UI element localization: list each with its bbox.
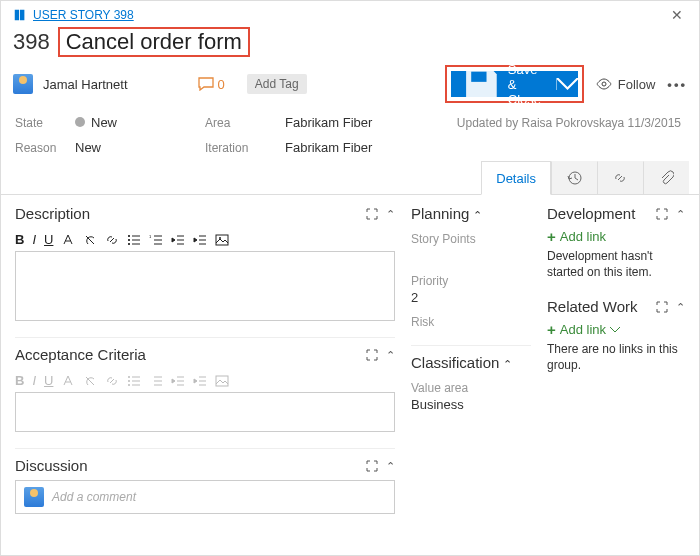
breadcrumb[interactable]: USER STORY 398: [13, 8, 134, 22]
related-work-add-link[interactable]: + Add link: [547, 321, 685, 338]
svg-rect-14: [216, 376, 228, 386]
expand-icon[interactable]: [656, 208, 668, 220]
save-dropdown[interactable]: [556, 78, 578, 91]
state-value[interactable]: New: [75, 115, 205, 130]
tab-links[interactable]: [597, 161, 643, 194]
value-area-value[interactable]: Business: [411, 397, 531, 412]
outdent-icon[interactable]: [171, 374, 185, 388]
save-and-close-button[interactable]: Save & Close: [451, 71, 578, 97]
plus-icon: +: [547, 321, 556, 338]
number-list-icon[interactable]: 1: [149, 233, 163, 247]
discussion-input[interactable]: Add a comment: [15, 480, 395, 514]
bold-button[interactable]: B: [15, 232, 24, 247]
avatar[interactable]: [13, 74, 33, 94]
svg-point-11: [128, 376, 130, 378]
related-work-heading: Related Work: [547, 298, 638, 315]
collapse-icon[interactable]: [386, 207, 395, 221]
eye-icon: [596, 78, 612, 90]
collapse-icon[interactable]: [676, 207, 685, 221]
more-actions-button[interactable]: •••: [667, 77, 687, 92]
link-insert-icon[interactable]: [105, 233, 119, 247]
acceptance-editor[interactable]: [15, 392, 395, 432]
font-color-icon[interactable]: [61, 233, 75, 247]
updated-by-text: Updated by Raisa Pokrovskaya 11/3/2015: [435, 116, 685, 130]
development-empty-text: Development hasn't started on this item.: [547, 249, 685, 280]
area-value[interactable]: Fabrikam Fiber: [285, 115, 435, 130]
underline-button[interactable]: U: [44, 373, 53, 388]
follow-label: Follow: [618, 77, 656, 92]
expand-icon[interactable]: [366, 349, 378, 361]
italic-button[interactable]: I: [32, 373, 36, 388]
description-editor[interactable]: [15, 251, 395, 321]
chevron-down-icon: [557, 78, 578, 91]
description-toolbar[interactable]: B I U 1: [15, 228, 395, 251]
tab-bar: Details: [1, 161, 699, 195]
iteration-value[interactable]: Fabrikam Fiber: [285, 140, 435, 155]
expand-icon[interactable]: [366, 208, 378, 220]
clear-format-icon[interactable]: [83, 233, 97, 247]
number-list-icon[interactable]: [149, 374, 163, 388]
history-icon: [566, 170, 582, 186]
svg-rect-2: [471, 71, 486, 81]
collapse-icon[interactable]: [386, 459, 395, 473]
collapse-icon[interactable]: [503, 354, 512, 371]
svg-point-13: [128, 384, 130, 386]
expand-icon[interactable]: [656, 301, 668, 313]
svg-point-7: [128, 243, 130, 245]
follow-button[interactable]: Follow: [596, 77, 656, 92]
indent-icon[interactable]: [193, 374, 207, 388]
book-icon: [13, 8, 27, 22]
comment-count: 0: [218, 77, 225, 92]
reason-value[interactable]: New: [75, 140, 205, 155]
underline-button[interactable]: U: [44, 232, 53, 247]
collapse-icon[interactable]: [676, 300, 685, 314]
story-points-label: Story Points: [411, 232, 531, 246]
collapse-icon[interactable]: [386, 348, 395, 362]
svg-point-3: [602, 82, 606, 86]
comments-button[interactable]: 0: [198, 77, 225, 92]
outdent-icon[interactable]: [171, 233, 185, 247]
breadcrumb-link[interactable]: USER STORY 398: [33, 8, 134, 22]
svg-point-12: [128, 380, 130, 382]
risk-label: Risk: [411, 315, 531, 329]
attachment-icon: [658, 170, 674, 186]
clear-format-icon[interactable]: [83, 374, 97, 388]
assignee-name[interactable]: Jamal Hartnett: [43, 77, 128, 92]
image-insert-icon[interactable]: [215, 374, 229, 388]
bullet-list-icon[interactable]: [127, 233, 141, 247]
svg-rect-0: [15, 10, 19, 21]
discussion-heading: Discussion: [15, 457, 88, 474]
area-label: Area: [205, 116, 285, 130]
tab-attachments[interactable]: [643, 161, 689, 194]
iteration-label: Iteration: [205, 141, 285, 155]
link-icon: [612, 170, 628, 186]
classification-heading[interactable]: Classification: [411, 354, 531, 371]
priority-value[interactable]: 2: [411, 290, 531, 305]
plus-icon: +: [547, 228, 556, 245]
svg-point-5: [128, 235, 130, 237]
acceptance-toolbar[interactable]: B I U: [15, 369, 395, 392]
close-icon[interactable]: ✕: [665, 5, 689, 25]
state-dot-icon: [75, 117, 85, 127]
workitem-title[interactable]: Cancel order form: [66, 29, 242, 55]
priority-label: Priority: [411, 274, 531, 288]
tab-details[interactable]: Details: [481, 161, 551, 195]
avatar: [24, 487, 44, 507]
planning-heading[interactable]: Planning: [411, 205, 531, 222]
add-tag-button[interactable]: Add Tag: [247, 74, 307, 94]
development-add-link[interactable]: + Add link: [547, 228, 685, 245]
font-color-icon[interactable]: [61, 374, 75, 388]
expand-icon[interactable]: [366, 460, 378, 472]
bullet-list-icon[interactable]: [127, 374, 141, 388]
indent-icon[interactable]: [193, 233, 207, 247]
italic-button[interactable]: I: [32, 232, 36, 247]
bold-button[interactable]: B: [15, 373, 24, 388]
svg-text:1: 1: [149, 234, 152, 239]
image-insert-icon[interactable]: [215, 233, 229, 247]
description-heading: Description: [15, 205, 90, 222]
collapse-icon[interactable]: [473, 205, 482, 222]
save-highlight: Save & Close: [445, 65, 584, 103]
tab-history[interactable]: [551, 161, 597, 194]
related-work-empty-text: There are no links in this group.: [547, 342, 685, 373]
link-insert-icon[interactable]: [105, 374, 119, 388]
